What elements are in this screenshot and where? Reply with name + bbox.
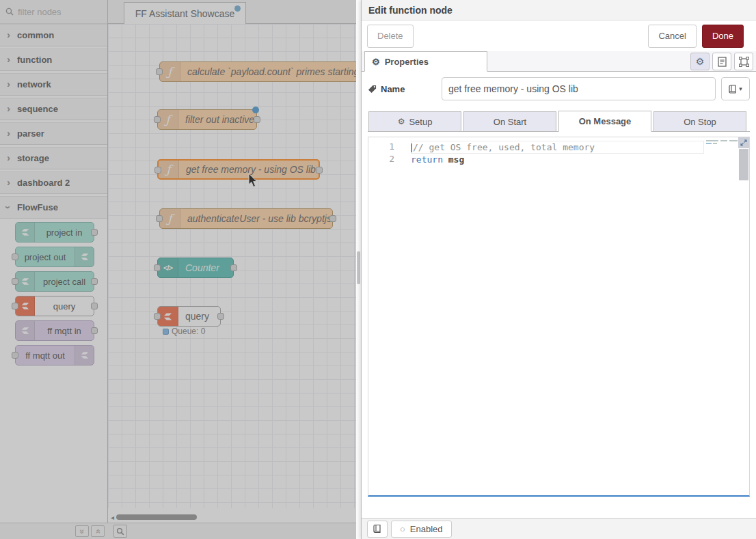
- output-port[interactable]: [217, 313, 224, 320]
- circle-icon: ○: [400, 524, 405, 534]
- editor-minimap: [706, 139, 738, 148]
- filter-nodes-input[interactable]: [18, 7, 93, 17]
- scrollbar-thumb[interactable]: [357, 251, 360, 284]
- palette-category-flowfuse[interactable]: ›FlowFuse: [0, 196, 107, 219]
- node-palette: ›common ›function ›network ›sequence ›pa…: [0, 0, 108, 539]
- palette-node-query[interactable]: query: [15, 296, 94, 316]
- input-port[interactable]: [154, 313, 161, 320]
- scrollbar-thumb[interactable]: [116, 514, 197, 520]
- input-port[interactable]: [12, 278, 18, 285]
- mouse-cursor: [248, 174, 258, 189]
- code-line-2[interactable]: return msg: [411, 154, 749, 166]
- tab-on-stop[interactable]: On Stop: [653, 111, 746, 131]
- canvas-footer: [108, 523, 356, 539]
- node-query[interactable]: query: [157, 306, 221, 327]
- code-editor[interactable]: 1 2 // get OS free, used, total memory r…: [368, 137, 750, 497]
- input-port[interactable]: [154, 116, 161, 123]
- output-port[interactable]: [329, 215, 336, 222]
- editor-expand-button[interactable]: [738, 137, 749, 148]
- palette-category-function[interactable]: ›function: [0, 49, 107, 71]
- input-port[interactable]: [156, 68, 163, 75]
- flowfuse-icon: [16, 321, 35, 340]
- node-authenticate-user[interactable]: ƒ authenticateUser - use lib bcryptjs: [159, 208, 333, 229]
- palette-category-storage[interactable]: ›storage: [0, 147, 107, 169]
- gear-icon: ⚙: [398, 117, 405, 126]
- palette-node-ff-mqtt-out[interactable]: ff mqtt out: [15, 345, 94, 365]
- palette-node-project-in[interactable]: project in: [15, 222, 94, 243]
- chevron-right-icon: ›: [7, 176, 10, 188]
- input-port[interactable]: [12, 253, 18, 260]
- flow-canvas[interactable]: FF Assistant Showcase ƒ calculate `paylo…: [108, 0, 356, 539]
- description-button[interactable]: [712, 53, 731, 70]
- palette-search[interactable]: [0, 0, 107, 24]
- editor-scrollbar-thumb[interactable]: [739, 149, 748, 180]
- output-port[interactable]: [316, 167, 323, 174]
- node-enabled-toggle[interactable]: ○ Enabled: [391, 521, 452, 538]
- input-port[interactable]: [156, 215, 163, 222]
- library-button[interactable]: [367, 521, 388, 538]
- editor-code-area[interactable]: // get OS free, used, total memory retur…: [411, 137, 749, 166]
- magnifier-icon: [116, 527, 124, 536]
- tab-on-message[interactable]: On Message: [558, 111, 651, 132]
- output-port[interactable]: [254, 116, 260, 123]
- canvas-horizontal-scrollbar[interactable]: ◂: [111, 514, 352, 521]
- input-port[interactable]: [154, 264, 161, 271]
- output-port[interactable]: [91, 229, 98, 236]
- delete-button[interactable]: Delete: [367, 25, 414, 48]
- palette-category-parser[interactable]: ›parser: [0, 122, 107, 145]
- input-port[interactable]: [12, 352, 18, 359]
- output-port[interactable]: [91, 327, 98, 334]
- code-icon: </>: [158, 258, 178, 277]
- status-dot-icon: [163, 329, 169, 335]
- palette-expand-all-button[interactable]: »: [91, 525, 105, 537]
- tab-properties[interactable]: ⚙ Properties: [364, 51, 487, 72]
- canvas-vertical-scrollbar[interactable]: [356, 0, 361, 539]
- library-dropdown-button[interactable]: ▾: [721, 77, 750, 100]
- palette-category-common[interactable]: ›common: [0, 24, 107, 46]
- name-input[interactable]: [442, 77, 716, 100]
- node-get-free-memory[interactable]: ƒ get free memory - using OS lib: [157, 159, 320, 180]
- gear-icon: ⚙: [372, 57, 380, 67]
- edit-node-tray: Edit function node Delete Cancel Done ⚙ …: [361, 0, 756, 539]
- name-label: Name: [368, 84, 436, 94]
- node-calculate-primes[interactable]: ƒ calculate `payload.count` primes start…: [159, 61, 356, 82]
- flowfuse-icon: [16, 223, 35, 242]
- output-port[interactable]: [91, 278, 98, 285]
- chevron-right-icon: ›: [7, 78, 10, 89]
- node-filter-out-inactive[interactable]: ƒ filter out inactive: [157, 109, 257, 130]
- output-port[interactable]: [91, 303, 98, 309]
- chevron-right-icon: ›: [7, 102, 10, 114]
- scroll-left-arrow-icon[interactable]: ◂: [111, 514, 114, 521]
- appearance-button[interactable]: [734, 53, 753, 70]
- tag-icon: [368, 85, 377, 94]
- name-row: Name ▾: [368, 77, 750, 100]
- output-port[interactable]: [230, 264, 237, 271]
- tab-on-start[interactable]: On Start: [463, 111, 556, 131]
- workspace-tab-ff-assistant-showcase[interactable]: FF Assistant Showcase: [124, 2, 246, 24]
- palette-category-network[interactable]: ›network: [0, 73, 107, 96]
- palette-node-project-out[interactable]: project out: [15, 247, 94, 267]
- navigator-button[interactable]: [113, 525, 127, 538]
- input-port[interactable]: [12, 303, 18, 309]
- palette-category-dashboard2[interactable]: ›dashboard 2: [0, 171, 107, 194]
- flowfuse-icon: [158, 307, 178, 326]
- chevron-right-icon: ›: [7, 127, 10, 139]
- node-status-queue: Queue: 0: [163, 327, 205, 336]
- node-red-app: ›common ›function ›network ›sequence ›pa…: [0, 0, 756, 539]
- properties-gear-button[interactable]: ⚙: [690, 53, 710, 70]
- palette-collapse-all-button[interactable]: »: [75, 525, 89, 537]
- tab-setup[interactable]: ⚙ Setup: [368, 111, 461, 131]
- node-counter[interactable]: </> Counter: [157, 258, 234, 278]
- book-icon: [729, 85, 737, 94]
- input-port[interactable]: [154, 167, 161, 174]
- tray-toolbar: Delete Cancel Done: [362, 20, 756, 51]
- cancel-button[interactable]: Cancel: [648, 25, 696, 48]
- palette-node-project-call[interactable]: project call: [15, 271, 94, 292]
- done-button[interactable]: Done: [702, 25, 744, 48]
- palette-category-sequence[interactable]: ›sequence: [0, 98, 107, 120]
- tray-title: Edit function node: [362, 0, 756, 20]
- palette-footer: » »: [0, 523, 108, 539]
- tab-modified-dot: [234, 5, 241, 12]
- code-line-1[interactable]: // get OS free, used, total memory: [411, 141, 704, 154]
- palette-node-ff-mqtt-in[interactable]: ff mqtt in: [15, 320, 94, 341]
